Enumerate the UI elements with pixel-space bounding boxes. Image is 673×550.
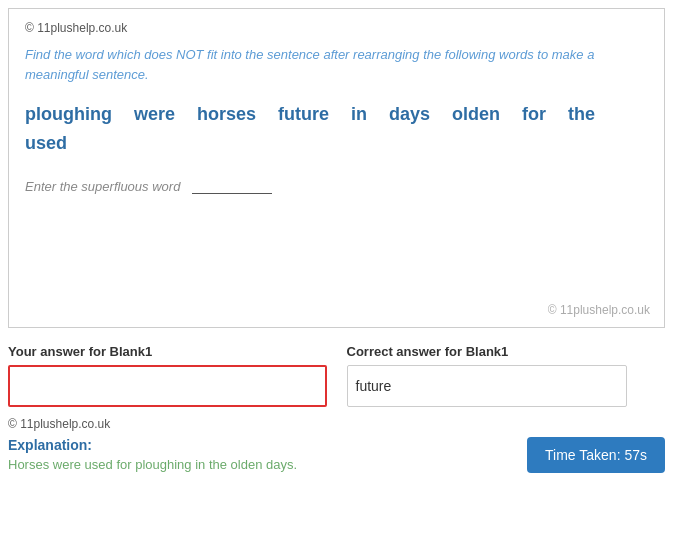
answer-row: Enter the superfluous word <box>25 178 648 194</box>
bottom-section: Your answer for Blank1 Correct answer fo… <box>0 336 673 473</box>
word-item: olden <box>452 104 500 125</box>
your-answer-label: Your answer for Blank1 <box>8 344 327 359</box>
word-item: the <box>568 104 595 125</box>
correct-answer-label: Correct answer for Blank1 <box>347 344 666 359</box>
explanation-section: Explanation: Horses were used for plough… <box>8 437 665 473</box>
word-list: ploughingwerehorsesfutureindaysoldenfort… <box>25 104 648 154</box>
word-item: for <box>522 104 546 125</box>
site-header: © 11plushelp.co.uk <box>25 21 648 35</box>
your-answer-input[interactable] <box>8 365 327 407</box>
correct-answer-col: Correct answer for Blank1 future <box>347 344 666 407</box>
explanation-title: Explanation: <box>8 437 297 453</box>
word-item: used <box>25 133 67 154</box>
your-answer-col: Your answer for Blank1 <box>8 344 327 407</box>
word-item: days <box>389 104 430 125</box>
explanation-left: Explanation: Horses were used for plough… <box>8 437 297 472</box>
watermark: © 11plushelp.co.uk <box>548 303 650 317</box>
answer-prompt-label: Enter the superfluous word <box>25 179 180 194</box>
explanation-text: Horses were used for ploughing in the ol… <box>8 457 297 472</box>
word-item: ploughing <box>25 104 112 125</box>
correct-answer-value: future <box>347 365 627 407</box>
time-taken-button[interactable]: Time Taken: 57s <box>527 437 665 473</box>
word-item: in <box>351 104 367 125</box>
word-item: were <box>134 104 175 125</box>
instructions-text: Find the word which does NOT fit into th… <box>25 45 648 84</box>
answer-blank-line <box>192 178 272 194</box>
word-item: future <box>278 104 329 125</box>
blank-answers-row: Your answer for Blank1 Correct answer fo… <box>8 344 665 407</box>
question-container: © 11plushelp.co.uk Find the word which d… <box>8 8 665 328</box>
word-item: horses <box>197 104 256 125</box>
footer-copyright: © 11plushelp.co.uk <box>8 417 665 431</box>
